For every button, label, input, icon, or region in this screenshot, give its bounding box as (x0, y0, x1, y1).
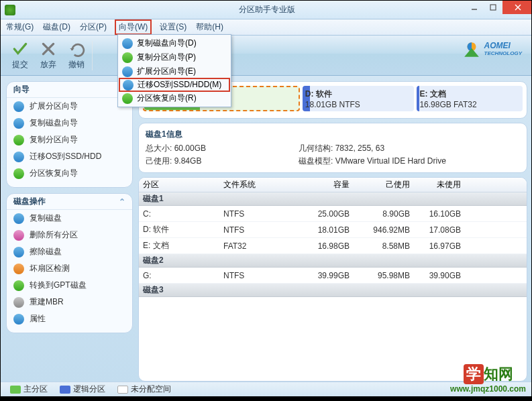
sidebar: 向导⌃ 扩展分区向导 复制磁盘向导 复制分区向导 迁移OS到SSD/HDD 分区… (1, 76, 138, 382)
segment-d[interactable]: D: 软件 18.01GB NTFS (303, 86, 415, 111)
partition-copy-icon (122, 52, 133, 63)
migrate-icon (123, 80, 134, 91)
watermark: 学知网 www.jmqz1000.com (450, 364, 526, 394)
delete-icon (13, 230, 24, 241)
menu-bar: 常规(G) 磁盘(D) 分区(P) 向导(W) 设置(S) 帮助(H) 复制磁盘… (1, 19, 532, 36)
recover-icon (13, 168, 24, 179)
col-size[interactable]: 容量 (293, 179, 355, 190)
col-filesystem[interactable]: 文件系统 (219, 179, 293, 190)
menu-settings[interactable]: 设置(S) (160, 21, 187, 33)
legend-primary: 主分区 (10, 384, 48, 395)
x-icon (40, 40, 57, 58)
sidebar-wipe-disk[interactable]: 擦除磁盘 (7, 243, 132, 260)
check-icon (11, 40, 29, 58)
table-row[interactable]: E: 文档FAT3216.98GB8.58MB16.97GB (139, 238, 527, 254)
maximize-button[interactable] (484, 1, 502, 14)
disk1-group[interactable]: 磁盘1 (139, 192, 527, 206)
sidebar-properties[interactable]: 属性 (7, 310, 132, 327)
sidebar-rebuild-mbr[interactable]: 重建MBR (7, 294, 132, 310)
wizard-panel-header[interactable]: 向导⌃ (7, 82, 132, 98)
disk-info-box: 磁盘1信息 总大小: 60.00GB 几何结构: 7832, 255, 63 己… (138, 123, 527, 173)
segment-e[interactable]: E: 文档 16.98GB FAT32 (417, 86, 523, 111)
body: 向导⌃ 扩展分区向导 复制磁盘向导 复制分区向导 迁移OS到SSD/HDD 分区… (1, 76, 532, 382)
properties-icon (13, 314, 24, 325)
dd-copy-partition[interactable]: 复制分区向导(P) (119, 50, 229, 64)
menu-partition[interactable]: 分区(P) (80, 21, 107, 33)
commit-button[interactable]: 提交 (6, 38, 34, 73)
sidebar-delete-all[interactable]: 删除所有分区 (7, 227, 132, 243)
table-header: 分区 文件系统 容量 己使用 未使用 (139, 178, 527, 192)
title-bar: 分区助手专业版 (1, 1, 532, 19)
convert-icon (13, 280, 24, 291)
legend-logical: 逻辑分区 (60, 384, 105, 395)
sidebar-extend-partition[interactable]: 扩展分区向导 (7, 98, 132, 115)
menu-disk[interactable]: 磁盘(D) (43, 21, 70, 33)
partition-copy-icon (13, 135, 24, 146)
main-content: C: 25.00GB NTFS D: 软件 18.01GB NTFS E: 文档… (138, 76, 532, 382)
discard-button[interactable]: 放弃 (34, 38, 62, 73)
undo-icon (68, 40, 85, 58)
table-row[interactable]: G:NTFS39.99GB95.98MB39.90GB (139, 268, 527, 284)
wizard-panel: 向导⌃ 扩展分区向导 复制磁盘向导 复制分区向导 迁移OS到SSD/HDD 分区… (6, 81, 133, 188)
brand-logo: AOMEITECHNOLOGY (463, 41, 522, 58)
swatch-primary-icon (10, 386, 21, 394)
disk-ops-header[interactable]: 磁盘操作⌃ (7, 194, 132, 210)
col-used[interactable]: 己使用 (355, 179, 415, 190)
check-icon (13, 264, 24, 274)
sidebar-copy-disk[interactable]: 复制磁盘向导 (7, 115, 132, 131)
extend-icon (13, 101, 24, 112)
app-icon (5, 5, 15, 15)
col-partition[interactable]: 分区 (139, 179, 219, 190)
disk-copy-icon (122, 38, 133, 49)
partition-table: 分区 文件系统 容量 己使用 未使用 磁盘1 C:NTFS25.00GB8.90… (138, 177, 527, 382)
recover-icon (122, 93, 133, 104)
table-row[interactable]: D: 软件NTFS18.01GB946.92MB17.08GB (139, 222, 527, 238)
undo-button[interactable]: 撤销 (62, 38, 91, 73)
swatch-unalloc-icon (117, 386, 128, 394)
dd-extend-partition[interactable]: 扩展分区向导(E) (119, 64, 229, 78)
info-title: 磁盘1信息 (146, 129, 520, 140)
chevron-up-icon: ⌃ (119, 197, 125, 207)
sidebar-copy-disk2[interactable]: 复制磁盘 (7, 210, 132, 227)
mbr-icon (13, 297, 24, 308)
window-title: 分区助手专业版 (239, 4, 295, 15)
sidebar-copy-partition[interactable]: 复制分区向导 (7, 131, 132, 148)
svg-rect-1 (490, 5, 496, 10)
wipe-icon (13, 247, 24, 257)
wizard-dropdown: 复制磁盘向导(D) 复制分区向导(P) 扩展分区向导(E) 迁移OS到SSD/H… (117, 34, 231, 107)
table-row[interactable]: C:NTFS25.00GB8.90GB16.10GB (139, 206, 527, 222)
extend-icon (122, 66, 133, 77)
swatch-logical-icon (60, 386, 70, 394)
app-window: 分区助手专业版 常规(G) 磁盘(D) 分区(P) 向导(W) 设置(S) 帮助… (1, 1, 532, 396)
migrate-icon (13, 152, 24, 162)
sidebar-recover-partition[interactable]: 分区恢复向导 (7, 165, 132, 182)
toolbar-separator (92, 41, 93, 70)
sidebar-bad-sector[interactable]: 坏扇区检测 (7, 260, 132, 277)
disk3-group[interactable]: 磁盘3 (139, 284, 527, 297)
col-free[interactable]: 未使用 (415, 179, 466, 190)
toolbar: 提交 放弃 撤销 AOMEITECHNOLOGY (1, 36, 532, 76)
dd-migrate-os[interactable]: 迁移OS到SSD/HDD(M) (119, 78, 230, 92)
sidebar-migrate-os[interactable]: 迁移OS到SSD/HDD (7, 148, 132, 165)
dd-recover-partition[interactable]: 分区恢复向导(R) (119, 91, 229, 105)
menu-wizard[interactable]: 向导(W) (115, 19, 152, 35)
logo-icon (463, 41, 480, 58)
disk-ops-panel: 磁盘操作⌃ 复制磁盘 删除所有分区 擦除磁盘 坏扇区检测 转换到GPT磁盘 重建… (6, 193, 133, 333)
minimize-button[interactable] (465, 1, 484, 14)
menu-general[interactable]: 常规(G) (6, 21, 34, 33)
legend-unalloc: 未分配空间 (117, 384, 171, 395)
menu-help[interactable]: 帮助(H) (196, 21, 223, 33)
disk2-group[interactable]: 磁盘2 (139, 254, 527, 268)
disk-copy-icon (13, 213, 24, 224)
window-controls (465, 1, 532, 14)
sidebar-to-gpt[interactable]: 转换到GPT磁盘 (7, 277, 132, 294)
table-body[interactable]: 磁盘1 C:NTFS25.00GB8.90GB16.10GB D: 软件NTFS… (139, 192, 527, 381)
dd-copy-disk[interactable]: 复制磁盘向导(D) (119, 36, 229, 50)
close-button[interactable] (502, 1, 532, 14)
disk-copy-icon (13, 118, 24, 129)
